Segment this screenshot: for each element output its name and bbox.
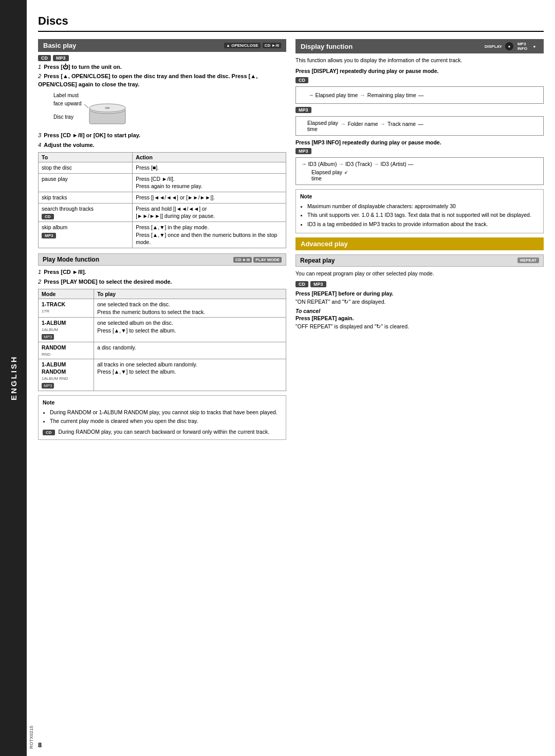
cd-badge: CD — [38, 55, 51, 61]
step-4: 4 Adjust the volume. — [38, 141, 286, 149]
cd-play-mode-icon: CD ►/II — [233, 257, 252, 263]
table-row: 1-ALBUM 1ALBUM MP3 one selected album on… — [39, 318, 286, 342]
table-row: stop the disc Press [■]. — [39, 162, 286, 173]
step-1: 1 Press [⏻] to turn the unit on. — [38, 63, 286, 71]
table-row: skip albumMP3 Press [▲,▼] in the play mo… — [39, 222, 286, 248]
basic-play-badges: CD MP3 — [38, 55, 286, 61]
table-row: 1-TRACK 1TR one selected track on the di… — [39, 299, 286, 317]
right-column: Display function DISPLAY ● MP3INFO ● Thi… — [295, 39, 544, 444]
play-mode-btn-icon: PLAY MODE — [253, 257, 282, 263]
play-mode-header: Play Mode function CD ►/II PLAY MODE — [38, 253, 286, 266]
open-close-icon: ▲ OPEN/CLOSE — [224, 43, 261, 48]
mp3-badge: MP3 — [53, 55, 69, 61]
display-cd-badge: CD — [295, 77, 544, 83]
press-repeat-again: Press [REPEAT] again. — [295, 315, 544, 321]
svg-point-3 — [105, 107, 110, 109]
on-repeat-display: "ON REPEAT" and "↻" are displayed. — [295, 299, 544, 305]
page: ENGLISH Discs Basic play ▲ OPEN/CLOSE CD… — [0, 0, 555, 756]
display-intro: This function allows you to display the … — [295, 57, 544, 65]
steps-3-4: 3 Press [CD ►/II] or [OK] to start play.… — [38, 132, 286, 149]
to-header: To — [39, 152, 133, 162]
basic-play-steps: 1 Press [⏻] to turn the unit on. 2 Press… — [38, 63, 286, 88]
basic-play-icons: ▲ OPEN/CLOSE CD ►/II — [224, 43, 281, 48]
language-tab: ENGLISH — [0, 0, 27, 756]
off-repeat-display: "OFF REPEAT" is displayed and "↻" is cle… — [295, 323, 544, 329]
disc-labels: Label must face upward Disc tray — [53, 91, 81, 121]
mode-table: Mode To play 1-TRACK 1TR one selected tr… — [38, 289, 286, 391]
repeat-play-header: Repeat play REPEAT — [295, 254, 544, 267]
play-mode-icons: CD ►/II PLAY MODE — [233, 257, 282, 263]
display-note: Note Maximum number of displayable chara… — [295, 189, 544, 233]
press-repeat-text: Press [REPEAT] before or during play. — [295, 290, 544, 297]
step-3: 3 Press [CD ►/II] or [OK] to start play. — [38, 132, 286, 139]
basic-play-header: Basic play ▲ OPEN/CLOSE CD ►/II — [38, 39, 286, 52]
display-press-text: Press [DISPLAY] repeatedly during play o… — [295, 68, 544, 74]
cd-display-flow: → Elapsed play time → Remaining play tim… — [295, 86, 544, 104]
mp3-display-flow: Elapsed play time → Folder name → Track … — [295, 116, 544, 136]
disc-image-area: Label must face upward Disc tray — [53, 91, 286, 127]
disc-illustration — [84, 91, 131, 127]
cd-play-icon: CD ►/II — [263, 43, 281, 48]
repeat-play-section: Repeat play REPEAT You can repeat progra… — [295, 254, 544, 329]
left-column: Basic play ▲ OPEN/CLOSE CD ►/II CD MP3 1… — [38, 39, 286, 444]
play-mode-note: Note During RANDOM or 1-ALBUM RANDOM pla… — [38, 395, 286, 440]
display-function-header: Display function DISPLAY ● MP3INFO ● — [295, 39, 544, 53]
page-number: 8 — [38, 741, 42, 749]
table-row: pause play Press [CD ►/II].Press again t… — [39, 173, 286, 192]
svg-line-4 — [84, 104, 88, 108]
mode-header: Mode — [39, 289, 94, 299]
repeat-badges: CD MP3 — [295, 281, 544, 287]
table-row: skip tracks Press [|◄◄/◄◄] or [►►/►►|]. — [39, 192, 286, 204]
step-2: 2 Press [▲, OPEN/CLOSE] to open the disc… — [38, 72, 286, 88]
mp3-info-press-text: Press [MP3 INFO] repeatedly during play … — [295, 139, 544, 145]
play-mode-steps: 1 Press [CD ►/II]. 2 Press [PLAY MODE] t… — [38, 268, 286, 286]
action-table: To Action stop the disc Press [■]. pause… — [38, 152, 286, 248]
id3-flow: → ID3 (Album) → ID3 (Track) → ID3 (Artis… — [295, 157, 544, 185]
toplay-header: To play — [94, 289, 286, 299]
table-row: RANDOM RND a disc randomly. — [39, 342, 286, 359]
display-button-icon: ● — [505, 42, 513, 50]
display-mp3-badge: MP3 — [295, 107, 544, 113]
page-title: Discs — [38, 14, 544, 32]
page-number-area: ROTX0215 8 — [38, 741, 42, 749]
rotx-label: ROTX0215 — [29, 726, 34, 749]
to-cancel-label: To cancel — [295, 308, 544, 314]
advanced-play-header: Advanced play — [295, 237, 544, 250]
play-mode-step-2: 2 Press [PLAY MODE] to select the desire… — [38, 278, 286, 286]
main-content: Discs Basic play ▲ OPEN/CLOSE CD ►/II CD… — [27, 0, 555, 756]
table-row: 1-ALBUM RANDOM 1ALBUM RND MP3 all tracks… — [39, 359, 286, 391]
columns-layout: Basic play ▲ OPEN/CLOSE CD ►/II CD MP3 1… — [38, 39, 544, 444]
repeat-icon: REPEAT — [517, 257, 539, 263]
action-header: Action — [133, 152, 286, 162]
display-icons: DISPLAY ● MP3INFO ● — [485, 42, 539, 51]
mp3-info-badge: MP3 — [295, 148, 544, 154]
mp3-info-button-icon: ● — [530, 42, 539, 50]
repeat-intro: You can repeat program play or other sel… — [295, 270, 544, 278]
table-row: search through tracksCD Press and hold [… — [39, 203, 286, 222]
play-mode-step-1: 1 Press [CD ►/II]. — [38, 268, 286, 276]
